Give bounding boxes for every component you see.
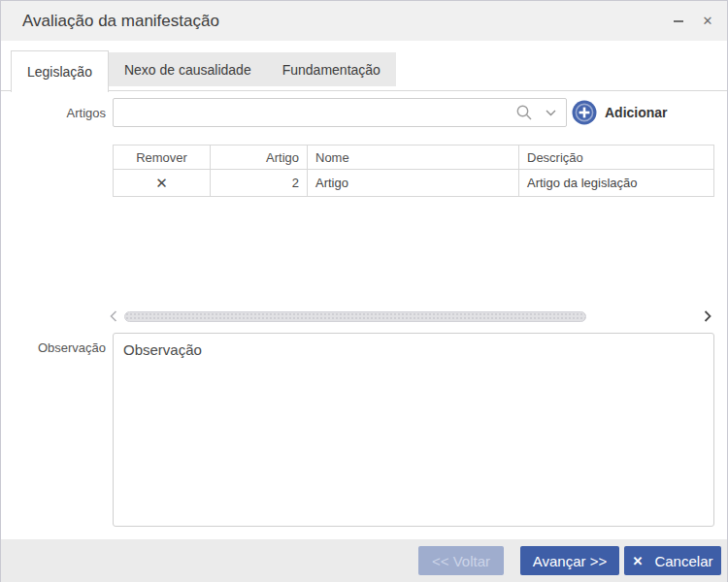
artigos-table: Remover Artigo Nome Descrição ✕ 2 Artigo… [113, 145, 714, 197]
tab-nexo-de-causalidade[interactable]: Nexo de causalidade [109, 52, 267, 86]
tab-label: Nexo de causalidade [124, 62, 251, 78]
adicionar-button[interactable]: Adicionar [572, 100, 668, 125]
minimize-button[interactable] [667, 10, 690, 33]
table-row: ✕ 2 Artigo Artigo da legislação [114, 170, 713, 196]
footer-bar: << Voltar Avançar >> ✕ Cancelar [1, 539, 727, 582]
artigos-combobox[interactable] [113, 98, 567, 127]
scroll-left-icon[interactable] [110, 310, 117, 322]
scrollbar-thumb[interactable] [124, 311, 586, 322]
tab-fundamentacao[interactable]: Fundamentação [267, 52, 396, 86]
observacao-textarea[interactable]: Observação [113, 333, 714, 527]
minimize-icon [674, 20, 683, 22]
remove-row-icon[interactable]: ✕ [155, 175, 168, 192]
column-header-nome[interactable]: Nome [308, 146, 519, 169]
table-header-row: Remover Artigo Nome Descrição [114, 146, 713, 170]
tab-label: Fundamentação [282, 62, 381, 78]
cell-artigo: 2 [211, 170, 308, 196]
close-button[interactable]: ✕ [696, 10, 719, 33]
window-controls: ✕ [667, 1, 719, 41]
tab-legislacao[interactable]: Legislação [11, 50, 109, 92]
cell-descricao: Artigo da legislação [519, 170, 713, 196]
observacao-label: Observação [1, 340, 106, 355]
column-header-remover[interactable]: Remover [114, 146, 211, 169]
tab-bar: Legislação Nexo de causalidade Fundament… [1, 50, 727, 91]
titlebar: Avaliação da manifestação ✕ [1, 1, 727, 41]
column-header-descricao[interactable]: Descrição [519, 146, 713, 169]
search-icon[interactable] [515, 104, 533, 121]
cell-nome: Artigo [308, 170, 519, 196]
dialog-window: Avaliação da manifestação ✕ Legislação N… [0, 0, 728, 582]
artigos-label: Artigos [1, 106, 106, 120]
adicionar-label: Adicionar [605, 105, 668, 120]
cancelar-label: Cancelar [654, 553, 712, 569]
column-header-artigo[interactable]: Artigo [211, 146, 308, 169]
scroll-right-icon[interactable] [704, 310, 711, 322]
cancel-x-icon: ✕ [633, 554, 644, 568]
artigos-input[interactable] [119, 101, 512, 126]
chevron-down-icon[interactable] [546, 110, 556, 116]
horizontal-scrollbar[interactable] [108, 309, 714, 325]
tab-label: Legislação [27, 64, 92, 80]
close-icon: ✕ [703, 14, 713, 28]
voltar-button[interactable]: << Voltar [418, 546, 504, 575]
cancelar-button[interactable]: ✕ Cancelar [624, 546, 721, 575]
avancar-button[interactable]: Avançar >> [520, 546, 619, 575]
plus-circle-icon [572, 100, 597, 125]
window-title: Avaliação da manifestação [22, 1, 219, 41]
